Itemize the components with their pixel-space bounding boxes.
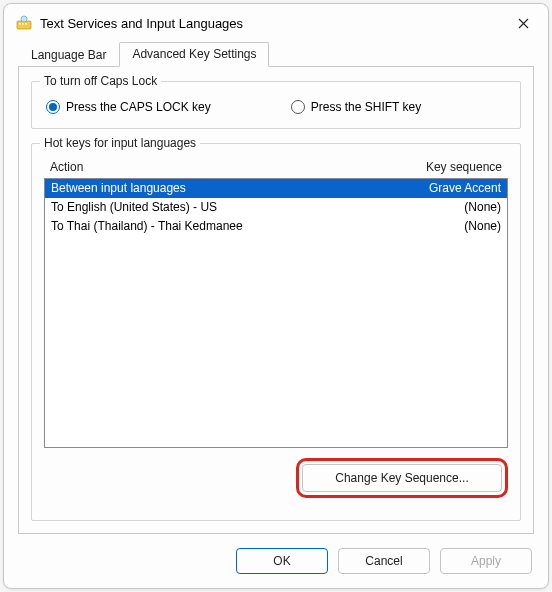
tab-advanced-key-settings[interactable]: Advanced Key Settings: [119, 42, 269, 67]
svg-rect-1: [19, 23, 21, 25]
titlebar: Text Services and Input Languages: [4, 4, 548, 40]
tab-language-bar[interactable]: Language Bar: [18, 43, 119, 67]
window-title: Text Services and Input Languages: [40, 16, 508, 31]
hotkeys-list[interactable]: Between input languagesGrave AccentTo En…: [44, 178, 508, 448]
hotkey-row[interactable]: To English (United States) - US(None): [45, 198, 507, 217]
change-key-sequence-button[interactable]: Change Key Sequence...: [302, 464, 502, 492]
hotkeys-header: Action Key sequence: [44, 158, 508, 176]
ok-button[interactable]: OK: [236, 548, 328, 574]
dialog-window: Text Services and Input Languages Langua…: [3, 3, 549, 589]
hotkey-row[interactable]: Between input languagesGrave Accent: [45, 179, 507, 198]
group-hotkeys: Hot keys for input languages Action Key …: [31, 143, 521, 521]
col-key-sequence: Key sequence: [372, 160, 502, 174]
svg-point-4: [21, 16, 27, 22]
tab-panel-advanced: To turn off Caps Lock Press the CAPS LOC…: [18, 66, 534, 534]
app-icon: [16, 15, 32, 31]
radio-icon: [291, 100, 305, 114]
tab-strip: Language Bar Advanced Key Settings: [4, 40, 548, 66]
radio-press-shift[interactable]: Press the SHIFT key: [291, 100, 421, 114]
hotkey-sequence: Grave Accent: [371, 180, 501, 197]
hotkey-action: To English (United States) - US: [51, 199, 371, 216]
hotkeys-legend: Hot keys for input languages: [40, 136, 200, 150]
radio-icon: [46, 100, 60, 114]
caps-lock-legend: To turn off Caps Lock: [40, 74, 161, 88]
hotkey-sequence: (None): [371, 218, 501, 235]
apply-button[interactable]: Apply: [440, 548, 532, 574]
cancel-button[interactable]: Cancel: [338, 548, 430, 574]
dialog-button-row: OK Cancel Apply: [4, 534, 548, 588]
hotkey-sequence: (None): [371, 199, 501, 216]
radio-label: Press the CAPS LOCK key: [66, 100, 211, 114]
hotkey-action: To Thai (Thailand) - Thai Kedmanee: [51, 218, 371, 235]
close-icon: [518, 18, 529, 29]
group-caps-lock: To turn off Caps Lock Press the CAPS LOC…: [31, 81, 521, 129]
col-action: Action: [50, 160, 372, 174]
annotation-highlight: Change Key Sequence...: [296, 458, 508, 498]
hotkey-row[interactable]: To Thai (Thailand) - Thai Kedmanee(None): [45, 217, 507, 236]
close-button[interactable]: [508, 11, 538, 35]
svg-rect-3: [25, 23, 27, 25]
svg-rect-2: [22, 23, 24, 25]
hotkey-action: Between input languages: [51, 180, 371, 197]
radio-press-capslock[interactable]: Press the CAPS LOCK key: [46, 100, 211, 114]
radio-label: Press the SHIFT key: [311, 100, 421, 114]
